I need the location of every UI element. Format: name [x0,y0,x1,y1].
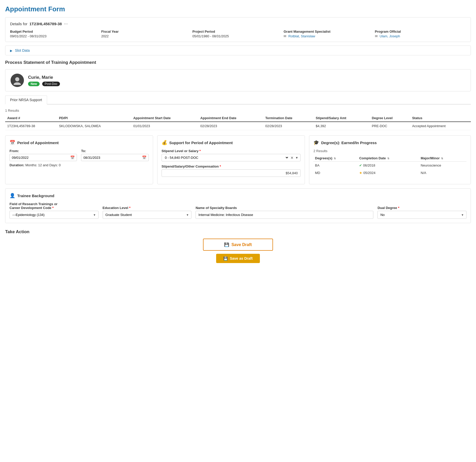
svg-point-1 [14,82,21,85]
take-action-title: Take Action [5,229,471,234]
tabs: Prior NRSA Support [5,95,471,104]
trainee-background-card: 👤 Trainee Background Field of Research T… [5,188,471,223]
period-of-appointment-panel: 📅 Period of Appointment From: 📅 To: 📅 Du… [5,135,153,184]
support-period-panel: 💰 Support for Period of Appointment Stip… [157,135,305,184]
arrow-right-icon: ▶ [10,49,12,53]
calendar-icon-from[interactable]: 📅 [70,155,75,160]
to-date-wrap: 📅 [81,154,148,161]
degrees-title-label: Degree(s): Earned/In Progress [321,141,377,145]
details-card: Details for 1T23HL456789-38 ··· Budget P… [5,17,471,42]
slot-data-label: Slot Data [15,48,30,53]
specialty-boards-input[interactable] [196,211,373,219]
details-grid: Budget Period 09/01/2022 - 08/31/2023 Fi… [10,30,466,38]
col-pdpi: PD/PI [57,115,131,122]
money-icon: 💰 [162,140,167,145]
cell-termination: 02/28/2023 [263,122,314,130]
from-field: From: 📅 [10,149,77,161]
from-date-input[interactable] [12,156,70,160]
svg-point-0 [15,77,19,81]
trainee-badges: New Post-Doc [28,82,60,86]
stipend-required-star: * [199,149,201,153]
education-level-select[interactable]: Graduate Student Undergraduate Post-Doct… [103,211,192,219]
dual-degree-select-wrap: No Yes [377,211,466,219]
field-of-research-label: Field of Research Trainings orCareer Dev… [10,202,99,210]
details-header: Details for 1T23HL456789-38 ··· [10,21,466,27]
project-period-col: Project Period 05/01/1980 - 08/31/2025 [192,30,284,38]
dual-degree-label: Dual Degree * [377,206,466,210]
compensation-input[interactable]: $54,840 [162,169,301,177]
degrees-table: Degrees(s) ⇅ Completion Date ⇅ Major/Min… [313,155,466,177]
budget-period-col: Budget Period 09/01/2022 - 08/31/2023 [10,30,101,38]
specialty-boards-field: Name of Specialty Boards [196,206,373,219]
col-stipend: Stipend/Salary Amt [314,115,370,122]
page-title: Appointment Form [5,5,471,13]
to-field: To: 📅 [81,149,148,161]
col-completion[interactable]: Completion Date ⇅ [358,155,419,162]
to-label: To: [81,149,148,153]
calendar-icon-to[interactable]: 📅 [142,155,146,160]
avatar [11,74,24,87]
sort-icon-major: ⇅ [441,157,443,160]
po-link[interactable]: Ulam, Joseph [380,34,400,38]
slot-data-section: ▶ Slot Data [5,46,471,55]
cell-completion-ba: ✔06/2018 [358,162,419,169]
table-row: BA ✔06/2018 Neuroscience [313,162,466,169]
trainee-name: Curie, Marie [28,75,60,80]
compensation-group: Stipend/Salary/Other Compensation * $54,… [162,164,301,177]
col-status: Status [410,115,471,122]
action-center: 💾 Save Draft 💾 Save as Draft [5,239,471,263]
star-icon: ★ [359,171,362,175]
compensation-required-star: * [220,164,221,168]
col-degree[interactable]: Degrees(s) ⇅ [313,155,358,162]
trainee-bg-fields: Field of Research Trainings orCareer Dev… [10,202,466,219]
slot-data-link[interactable]: ▶ Slot Data [10,48,30,53]
budget-period-value: 09/01/2022 - 08/31/2023 [10,34,101,38]
field-of-research-select[interactable]: ---Epidemiology (134) [10,211,99,219]
duration-value: Months: 12 and Days: 0 [25,163,60,167]
process-section-title: Process Statement of Training Appointmen… [5,60,471,65]
trainee-bg-title-label: Trainee Background [17,194,54,198]
degrees-panel: 🎓 Degree(s): Earned/In Progress 2 Result… [309,135,471,184]
save-draft-label: Save Draft [231,242,252,247]
chevron-down-icon: ▼ [295,156,298,160]
fiscal-year-label: Fiscal Year [101,30,192,33]
stipend-select-wrap: 0 - 54,840 POST-DOC ✕ ▼ [162,154,301,161]
badge-new: New [28,82,40,86]
cell-end: 02/28/2023 [198,122,263,130]
to-date-input[interactable] [83,156,142,160]
dual-degree-required: * [398,206,399,210]
stipend-level-select[interactable]: 0 - 54,840 POST-DOC [164,155,289,160]
trainee-card: Curie, Marie New Post-Doc [5,69,471,91]
field-of-research-field: Field of Research Trainings orCareer Dev… [10,202,99,219]
duration-label: Duration: [10,163,24,167]
tab-prior-nrsa[interactable]: Prior NRSA Support [5,95,47,104]
save-as-draft-icon: 💾 [223,256,228,260]
po-value: ✉ Ulam, Joseph [375,34,466,38]
save-as-draft-label: Save as Draft [230,256,253,260]
save-as-draft-button[interactable]: 💾 Save as Draft [216,254,260,263]
trainee-info: Curie, Marie New Post-Doc [28,75,60,86]
col-start: Appointment Start Date [131,115,198,122]
period-title-label: Period of Appointment [17,141,59,145]
save-draft-button[interactable]: 💾 Save Draft [203,239,273,251]
take-action-section: Take Action 💾 Save Draft 💾 Save as Draft [5,229,471,263]
dual-degree-select[interactable]: No Yes [377,211,466,219]
cell-stipend: $4,392 [314,122,370,130]
project-period-value: 05/01/1980 - 08/31/2025 [192,34,284,38]
more-options-icon[interactable]: ··· [64,21,68,27]
cell-degree-md: MD [313,169,358,177]
grant-id: 1T23HL456789-38 [30,22,62,26]
fiscal-year-col: Fiscal Year 2022 [101,30,192,38]
education-level-label: Education Level * [103,206,192,210]
clear-icon[interactable]: ✕ [290,156,294,160]
col-major[interactable]: Major/Minor ⇅ [419,155,466,162]
degrees-header-row: Degrees(s) ⇅ Completion Date ⇅ Major/Min… [313,155,466,162]
education-level-select-wrap: Graduate Student Undergraduate Post-Doct… [103,211,192,219]
sort-icon-degree: ⇅ [334,157,336,160]
sort-icon-completion: ⇅ [387,157,389,160]
calendar-icon: 📅 [10,140,15,145]
education-level-field: Education Level * Graduate Student Under… [103,206,192,219]
gms-link[interactable]: Rotblat, Stanislaw [288,34,315,38]
col-award: Award # [5,115,57,122]
trainee-bg-title: 👤 Trainee Background [10,193,466,198]
